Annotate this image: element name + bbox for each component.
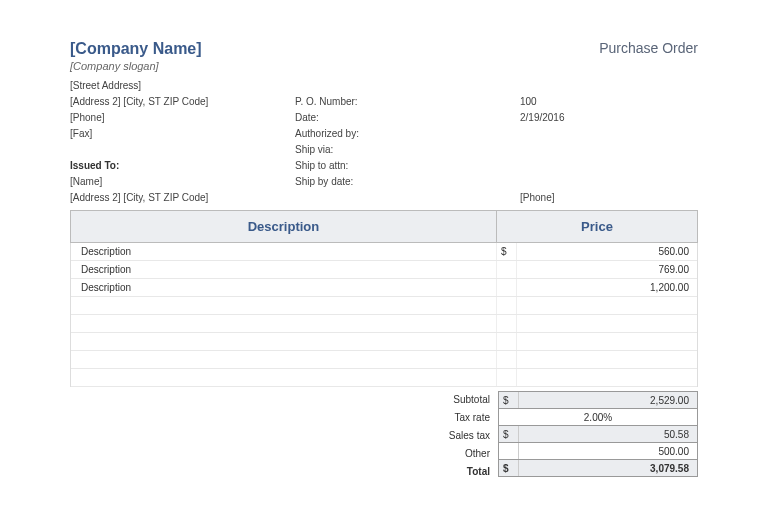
table-body: Description $ 560.00 Description 769.00 … bbox=[70, 243, 698, 387]
currency-symbol: $ bbox=[499, 426, 519, 442]
cell-price: 769.00 bbox=[517, 261, 697, 278]
currency-symbol: $ bbox=[499, 460, 519, 476]
total-row: $ 3,079.58 bbox=[498, 459, 698, 477]
company-slogan: [Company slogan] bbox=[70, 60, 202, 72]
issued-name: [Name] bbox=[70, 174, 295, 190]
date-value: 2/19/2016 bbox=[520, 110, 698, 126]
table-row: Description $ 560.00 bbox=[71, 243, 697, 261]
currency-symbol: $ bbox=[499, 392, 519, 408]
ship-by-label: Ship by date: bbox=[295, 174, 520, 190]
sales-tax-value: 50.58 bbox=[519, 426, 697, 442]
totals-labels: Subtotal Tax rate Sales tax Other Total bbox=[398, 391, 498, 481]
table-row: Description 1,200.00 bbox=[71, 279, 697, 297]
table-row-empty: .. bbox=[71, 315, 697, 333]
street-address: [Street Address] bbox=[70, 78, 295, 94]
cell-price: 560.00 bbox=[517, 243, 697, 260]
total-label: Total bbox=[398, 463, 498, 481]
cell-price: 1,200.00 bbox=[517, 279, 697, 296]
fax-line: [Fax] bbox=[70, 126, 295, 142]
info-block: [Street Address] [Address 2] [City, ST Z… bbox=[70, 78, 698, 206]
cell-desc: Description bbox=[71, 261, 497, 278]
sales-tax-row: $ 50.58 bbox=[498, 425, 698, 443]
po-values-col: 100 2/19/2016 [Phone] bbox=[520, 78, 698, 206]
column-price: Price bbox=[497, 211, 697, 242]
issued-address: [Address 2] [City, ST ZIP Code] bbox=[70, 190, 295, 206]
issued-to-header: Issued To: bbox=[70, 158, 295, 174]
other-value: 500.00 bbox=[519, 443, 697, 459]
company-block: [Company Name] [Company slogan] bbox=[70, 40, 202, 72]
totals-block: Subtotal Tax rate Sales tax Other Total … bbox=[70, 391, 698, 481]
cell-currency: $ bbox=[497, 243, 517, 260]
table-row-empty: .. bbox=[71, 369, 697, 387]
subtotal-label: Subtotal bbox=[398, 391, 498, 409]
phone-line: [Phone] bbox=[70, 110, 295, 126]
table-row-empty: .. bbox=[71, 333, 697, 351]
po-fields-col: P. O. Number: Date: Authorized by: Ship … bbox=[295, 78, 520, 206]
cell-desc: Description bbox=[71, 279, 497, 296]
table-row: Description 769.00 bbox=[71, 261, 697, 279]
sales-tax-label: Sales tax bbox=[398, 427, 498, 445]
tax-rate-label: Tax rate bbox=[398, 409, 498, 427]
table-row-empty: .. bbox=[71, 297, 697, 315]
po-number-label: P. O. Number: bbox=[295, 94, 520, 110]
city-line: [Address 2] [City, ST ZIP Code] bbox=[70, 94, 295, 110]
total-value: 3,079.58 bbox=[519, 460, 697, 476]
table-header: Description Price bbox=[70, 210, 698, 243]
table-row-empty: .. bbox=[71, 351, 697, 369]
subtotal-row: $ 2,529.00 bbox=[498, 391, 698, 409]
date-label: Date: bbox=[295, 110, 520, 126]
tax-rate-value: 2.00% bbox=[499, 409, 697, 425]
authorized-label: Authorized by: bbox=[295, 126, 520, 142]
tax-rate-row: 2.00% bbox=[498, 408, 698, 426]
address-col: [Street Address] [Address 2] [City, ST Z… bbox=[70, 78, 295, 206]
other-row: 500.00 bbox=[498, 442, 698, 460]
company-name: [Company Name] bbox=[70, 40, 202, 58]
po-number-value: 100 bbox=[520, 94, 698, 110]
issued-phone: [Phone] bbox=[520, 190, 698, 206]
ship-via-label: Ship via: bbox=[295, 142, 520, 158]
subtotal-value: 2,529.00 bbox=[519, 392, 697, 408]
cell-desc: Description bbox=[71, 243, 497, 260]
ship-attn-label: Ship to attn: bbox=[295, 158, 520, 174]
column-description: Description bbox=[71, 211, 497, 242]
totals-values: $ 2,529.00 2.00% $ 50.58 500.00 $ 3,079.… bbox=[498, 391, 698, 481]
header-row: [Company Name] [Company slogan] Purchase… bbox=[70, 40, 698, 72]
other-label: Other bbox=[398, 445, 498, 463]
document-title: Purchase Order bbox=[599, 40, 698, 56]
